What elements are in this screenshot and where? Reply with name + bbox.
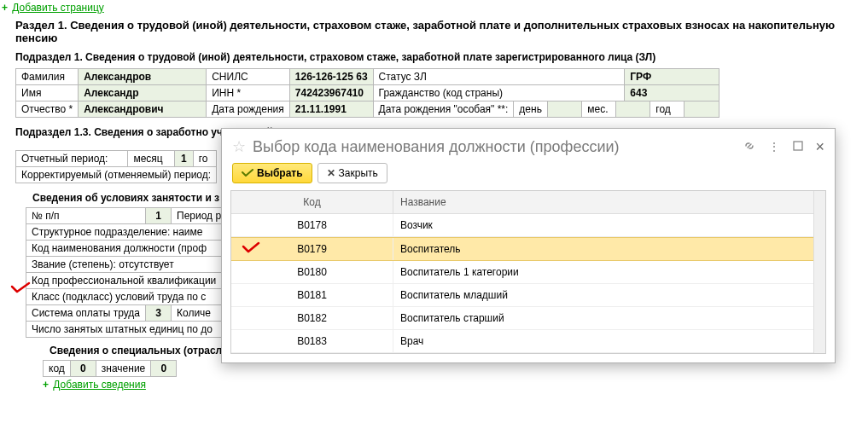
name-label: Имя <box>16 85 79 101</box>
plus-icon: + <box>43 379 49 391</box>
report-period-label: Отчетный период: <box>16 151 128 167</box>
close-icon[interactable]: × <box>815 138 824 156</box>
close-button-label: Закрыть <box>339 167 378 179</box>
inn-label: ИНН * <box>207 85 290 101</box>
row-code: В0183 <box>231 330 393 352</box>
row-code: В0179 <box>231 238 393 260</box>
patr-value[interactable]: Александрович <box>79 101 207 118</box>
patr-label: Отчество * <box>16 101 79 118</box>
special-val-value[interactable]: 0 <box>151 361 177 377</box>
report-month-label: месяц <box>128 151 174 167</box>
pay-value[interactable]: 3 <box>146 305 172 322</box>
fam-value[interactable]: Александров <box>79 69 207 85</box>
selected-check-icon <box>242 241 260 256</box>
np-value[interactable]: 1 <box>146 208 172 224</box>
dob-value[interactable]: 21.11.1991 <box>289 101 373 118</box>
row-code: В0181 <box>231 284 393 306</box>
row-marker-icon <box>10 281 31 296</box>
month-value[interactable] <box>616 101 650 117</box>
year-value[interactable] <box>684 101 719 117</box>
month-label: мес. <box>582 101 616 117</box>
list-row[interactable]: В0179Воспитатель <box>231 237 825 261</box>
grf-label: ГРФ <box>625 69 719 85</box>
fam-label: Фамилия <box>16 69 79 85</box>
snils-label: СНИЛС <box>207 69 290 85</box>
close-button[interactable]: ✕ Закрыть <box>317 163 387 183</box>
pay-label: Система оплаты труда <box>26 305 146 322</box>
special-val-label: значение <box>96 361 150 377</box>
citizen-label: Гражданство (код страны) <box>373 85 625 101</box>
report-month-value[interactable]: 1 <box>174 151 193 167</box>
row-name: Врач <box>393 330 825 352</box>
list-row[interactable]: В0182Воспитатель старший <box>231 307 825 330</box>
report-year-label: го <box>193 151 216 167</box>
day-value[interactable] <box>548 101 582 117</box>
dob-label: Дата рождения <box>207 101 290 118</box>
row-name: Воспитатель старший <box>393 307 825 329</box>
select-button[interactable]: Выбрать <box>232 163 312 183</box>
position-code-modal: ☆ Выбор кода наименования должности (про… <box>221 128 836 363</box>
special-code-label: код <box>44 361 71 377</box>
row-code: В0180 <box>231 261 393 283</box>
dob-special-label: Дата рождения "особая" **: <box>374 101 514 117</box>
maximize-icon[interactable] <box>793 140 803 154</box>
special-code-value[interactable]: 0 <box>70 361 96 377</box>
list-row[interactable]: В0180Воспитатель 1 категории <box>231 261 825 284</box>
add-page-link[interactable]: Добавить страницу <box>12 2 103 14</box>
list-row[interactable]: В0181Воспитатель младший <box>231 284 825 307</box>
row-name: Воспитатель <box>393 238 825 260</box>
list-row[interactable]: В0178Возчик <box>231 214 825 237</box>
year-label: год <box>650 101 684 117</box>
plus-icon: + <box>2 2 8 14</box>
favorite-star-icon[interactable]: ☆ <box>232 137 246 156</box>
person-table: Фамилия Александров СНИЛС 126-126-125 63… <box>15 68 719 118</box>
select-button-label: Выбрать <box>257 167 303 179</box>
modal-title: Выбор кода наименования должности (профе… <box>253 138 743 156</box>
svg-rect-0 <box>794 142 802 150</box>
row-code: В0182 <box>231 307 393 329</box>
col-code-header[interactable]: Код <box>231 191 393 213</box>
more-icon[interactable]: ⋮ <box>768 140 781 154</box>
row-code: В0178 <box>231 214 393 236</box>
row-name: Воспитатель младший <box>393 284 825 306</box>
col-name-header[interactable]: Название <box>393 191 825 213</box>
name-value[interactable]: Александр <box>79 85 207 101</box>
section1-title: Раздел 1. Сведения о трудовой (иной) дея… <box>0 14 868 49</box>
inn-value[interactable]: 742423967410 <box>289 85 373 101</box>
citizen-value[interactable]: 643 <box>625 85 719 101</box>
row-name: Возчик <box>393 214 825 236</box>
link-icon[interactable] <box>743 139 756 155</box>
np-label: № п/п <box>26 208 146 224</box>
code-list: Код Название В0178ВозчикВ0179Воспитатель… <box>230 190 826 354</box>
scrollbar[interactable] <box>813 191 825 353</box>
x-icon: ✕ <box>327 167 335 179</box>
day-label: день <box>514 101 548 117</box>
add-data-link[interactable]: Добавить сведения <box>53 379 146 391</box>
list-row[interactable]: В0183Врач <box>231 330 825 353</box>
snils-value[interactable]: 126-126-125 63 <box>289 69 373 85</box>
corr-period-label: Корректируемый (отменяемый) период: <box>16 167 217 183</box>
status-label: Статус ЗЛ <box>373 69 625 85</box>
subsection1-title: Подраздел 1. Сведения о трудовой (иной) … <box>0 49 868 68</box>
row-name: Воспитатель 1 категории <box>393 261 825 283</box>
